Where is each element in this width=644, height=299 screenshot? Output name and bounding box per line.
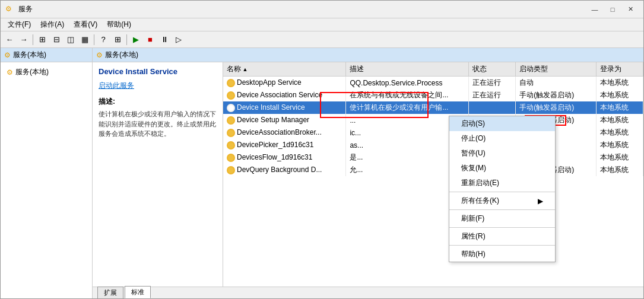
cell-login: 本地系统 [597, 77, 643, 90]
context-menu-pause[interactable]: 暂停(U) [449, 146, 555, 161]
panel-header: ⚙ 服务(本地) [93, 48, 643, 62]
left-panel-title: 服务(本地) [13, 50, 46, 60]
tab-standard[interactable]: 标准 [125, 286, 151, 298]
row-gear-icon [227, 116, 235, 125]
cell-login: 本地系统 [597, 164, 643, 176]
table-row[interactable]: DevQuery Background D... 允... 手动(触发器启动) … [223, 164, 643, 176]
right-panel: ⚙ 服务(本地) Device Install Service 启动此服务 描述… [93, 48, 643, 298]
service-start-link[interactable]: 启动此服务 [99, 81, 217, 91]
restart-button[interactable]: ▷ [172, 33, 185, 46]
menu-help[interactable]: 帮助(H) [102, 18, 136, 31]
service-desc-text: 使计算机在极少或没有用户输入的情况下能识别并适应硬件的更改。终止或禁用此服务会造… [99, 109, 217, 139]
cell-startup: 手动(触发器启动) [516, 101, 597, 114]
cell-startup: 手动(触发器启动) [516, 89, 597, 101]
pause-button[interactable]: ⏸ [158, 33, 171, 46]
cell-status: 正在运行 [469, 77, 516, 90]
col-login[interactable]: 登录为 [597, 62, 643, 77]
cell-desc: 使计算机在极少或没有用户输... [346, 101, 469, 114]
title-bar: ⚙ 服务 — □ ✕ [1, 1, 643, 18]
col-name[interactable]: 名称 [223, 62, 346, 77]
left-panel-icon: ⚙ [4, 51, 11, 59]
cell-name: Device Setup Manager [223, 114, 346, 126]
stop-button[interactable]: ■ [144, 33, 157, 46]
context-menu-start[interactable]: 启动(S) [449, 116, 555, 131]
cell-startup: 自动 [516, 77, 597, 90]
context-menu-resume-label: 恢复(M) [461, 163, 486, 173]
cell-login: 本地系统 [597, 151, 643, 164]
table-row[interactable]: Device Install Service 使计算机在极少或没有用户输... … [223, 101, 643, 114]
menu-view[interactable]: 查看(V) [69, 18, 102, 31]
minimize-button[interactable]: — [586, 4, 603, 15]
toolbar: ← → ⊞ ⊟ ◫ ▦ ? ⊞ ▶ ■ ⏸ ▷ [1, 31, 643, 48]
panel-header-title: 服务(本地) [105, 50, 138, 60]
panel-body: Device Install Service 启动此服务 描述: 使计算机在极少… [93, 62, 643, 287]
menu-bar: 文件(F) 操作(A) 查看(V) 帮助(H) [1, 18, 643, 31]
context-menu-sep-1 [449, 192, 555, 192]
col-startup[interactable]: 启动类型 [516, 62, 597, 77]
close-button[interactable]: ✕ [622, 4, 639, 15]
table-row[interactable]: DevicesFlow_1d916c31 是... 手动 本地系统 [223, 151, 643, 164]
row-gear-icon [227, 141, 235, 150]
cell-login: 本地系统 [597, 126, 643, 139]
menu-action[interactable]: 操作(A) [36, 18, 69, 31]
tab-standard-label: 标准 [131, 288, 144, 295]
toolbar-btn-2[interactable]: ⊟ [50, 33, 63, 46]
maximize-button[interactable]: □ [604, 4, 621, 15]
context-menu-properties[interactable]: 属性(R) [449, 229, 555, 244]
play-button[interactable]: ▶ [129, 33, 142, 46]
toolbar-btn-3[interactable]: ◫ [64, 33, 77, 46]
cell-name: DevicePicker_1d916c31 [223, 139, 346, 151]
cell-login: 本地系统 [597, 114, 643, 126]
toolbar-btn-4[interactable]: ▦ [78, 33, 91, 46]
table-row[interactable]: DevicePicker_1d916c31 as... 手动 本地系统 [223, 139, 643, 151]
left-panel-item-services[interactable]: ⚙ 服务(本地) [3, 65, 90, 79]
table-row[interactable]: DeviceAssociationBroker... ic... 手动 本地系统 [223, 126, 643, 139]
table-row[interactable]: Device Setup Manager ... 手动(触发器启动) 本地系统 [223, 114, 643, 126]
cell-login: 本地系统 [597, 89, 643, 101]
left-panel-content: ⚙ 服务(本地) [1, 62, 92, 298]
context-menu-all-tasks-label: 所有任务(K) [461, 196, 499, 206]
tab-extend[interactable]: 扩展 [97, 287, 123, 298]
forward-button[interactable]: → [17, 33, 30, 46]
toolbar-btn-5[interactable]: ⊞ [111, 33, 124, 46]
row-gear-icon [227, 104, 235, 112]
main-window: ⚙ 服务 — □ ✕ 文件(F) 操作(A) 查看(V) 帮助(H) ← → ⊞… [0, 0, 644, 299]
col-status[interactable]: 状态 [469, 62, 516, 77]
context-menu-all-tasks[interactable]: 所有任务(K) ▶ [449, 193, 555, 208]
table-row[interactable]: Device Association Service 在系统与有线或无线设备之间… [223, 89, 643, 101]
toolbar-separator-3 [126, 34, 127, 45]
col-desc[interactable]: 描述 [346, 62, 469, 77]
context-menu-arrow-icon: ▶ [538, 197, 543, 205]
context-menu-resume[interactable]: 恢复(M) [449, 161, 555, 176]
back-button[interactable]: ← [3, 33, 16, 46]
window-controls: — □ ✕ [586, 4, 639, 15]
context-menu-refresh[interactable]: 刷新(F) [449, 211, 555, 226]
context-menu-refresh-label: 刷新(F) [461, 214, 484, 224]
context-menu-start-label: 启动(S) [461, 119, 485, 129]
service-name: Device Install Service [99, 67, 217, 76]
cell-name: DevicesFlow_1d916c31 [223, 151, 346, 164]
context-menu-pause-label: 暂停(U) [461, 148, 486, 158]
toolbar-separator-2 [94, 34, 94, 45]
toolbar-btn-1[interactable]: ⊞ [36, 33, 49, 46]
left-panel: ⚙ 服务(本地) ⚙ 服务(本地) [1, 48, 93, 298]
context-menu-stop[interactable]: 停止(O) [449, 131, 555, 146]
service-desc-label: 描述: [99, 97, 217, 107]
context-menu-restart[interactable]: 重新启动(E) [449, 176, 555, 190]
cell-desc: QQ.Desktop.Service.Process [346, 77, 469, 90]
cell-name: DeviceAssociationBroker... [223, 126, 346, 139]
tab-bar: 扩展 标准 [93, 287, 643, 298]
panel-header-icon: ⚙ [96, 51, 103, 59]
menu-file[interactable]: 文件(F) [3, 18, 36, 31]
left-panel-header: ⚙ 服务(本地) [1, 48, 92, 62]
cell-login: 本地系统 [597, 101, 643, 114]
service-detail: Device Install Service 启动此服务 描述: 使计算机在极少… [93, 62, 223, 287]
table-row[interactable]: DesktopApp Service QQ.Desktop.Service.Pr… [223, 77, 643, 90]
context-menu-properties-label: 属性(R) [461, 231, 486, 241]
table-scroll[interactable]: 名称 描述 状态 启动类型 登录为 DesktopApp Service QQ.… [223, 62, 643, 287]
help-toolbar-button[interactable]: ? [97, 33, 110, 46]
toolbar-separator-1 [33, 34, 33, 45]
context-menu-help[interactable]: 帮助(H) [449, 247, 555, 262]
cell-login: 本地系统 [597, 139, 643, 151]
left-panel-services-label: 服务(本地) [15, 67, 49, 77]
